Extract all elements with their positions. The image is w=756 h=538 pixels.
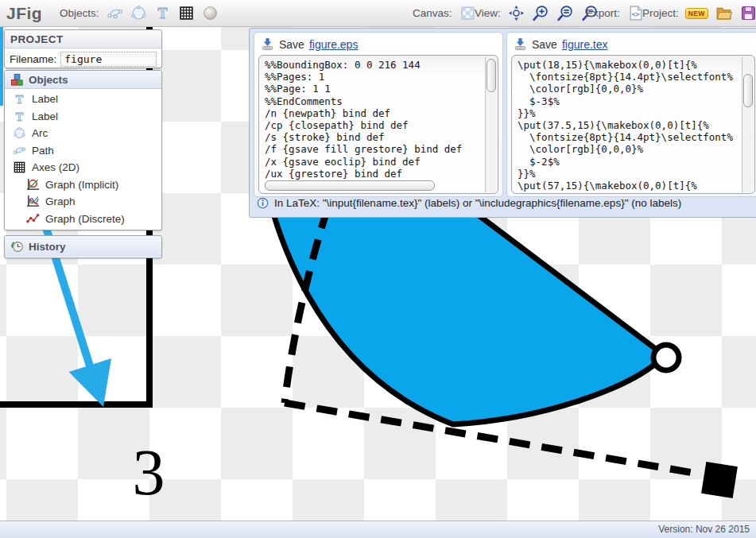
objects-header-label: Objects (29, 74, 68, 86)
object-item-label: Graph (45, 195, 76, 207)
zoom-in-icon[interactable] (532, 4, 550, 22)
new-project-badge[interactable]: NEW (685, 8, 708, 19)
eps-file-link[interactable]: figure.eps (309, 38, 358, 51)
tex-code-text: \put(18,15){\makebox(0,0)[t]{% \fontsize… (512, 56, 754, 192)
history-panel-header[interactable]: History (5, 236, 161, 257)
export-label: Export: (586, 7, 620, 19)
eps-save-label: Save (279, 38, 304, 51)
object-item-graph-implicit[interactable]: Graph (Implicit) (5, 176, 161, 194)
history-header-label: History (29, 241, 66, 253)
tex-code-box[interactable]: \put(18,15){\makebox(0,0)[t]{% \fontsize… (511, 55, 755, 194)
square-marker[interactable] (701, 462, 738, 498)
filename-input[interactable]: figure (60, 52, 157, 67)
graph-icon (26, 195, 40, 208)
download-eps-icon[interactable] (261, 37, 274, 51)
tex-file-link[interactable]: figure.tex (562, 38, 608, 51)
object-item-axes-2d[interactable]: Axes (2D) (5, 159, 161, 176)
tex-vertical-scrollbar[interactable] (742, 56, 754, 192)
project-label: Project: (642, 7, 679, 19)
graph-discrete-icon (26, 212, 40, 226)
status-bar: Version: Nov 26 2015 (0, 521, 756, 538)
objects-tools-label: Objects: (60, 7, 99, 19)
object-item-label: Axes (2D) (32, 161, 79, 173)
graph-implicit-icon (26, 178, 40, 192)
objects-cubes-icon (10, 73, 24, 87)
axes-tool-icon[interactable] (177, 4, 196, 22)
eps-panel: Save figure.eps %%BoundingBox: 0 0 216 1… (254, 32, 503, 197)
tex-panel: Save figure.tex \put(18,15){\makebox(0,0… (506, 32, 756, 197)
arc-obj-icon (13, 126, 26, 140)
arc-tool-icon[interactable] (130, 4, 148, 22)
object-item-label: Graph (Discrete) (45, 213, 125, 225)
project-header-label: PROJECT (10, 33, 64, 45)
svg-text:T: T (16, 93, 24, 106)
tex-vertical-scrollbar-thumb[interactable] (743, 74, 753, 107)
svg-text:T: T (157, 6, 167, 21)
jfig-window: JFig Objects: T Canvas: View: Export: <>… (0, 0, 756, 538)
tex-save-label: Save (532, 38, 557, 51)
circle-marker[interactable] (653, 345, 679, 370)
history-clock-icon (10, 240, 24, 254)
eps-code-box[interactable]: %%BoundingBox: 0 0 216 144%%Pages: 1%%Pa… (258, 55, 498, 194)
canvas-workspace[interactable]: 3 PROJECT Filename: figure Objects TLabe… (0, 26, 756, 521)
view-fit-icon[interactable] (507, 4, 525, 22)
view-label: View: (475, 7, 501, 19)
filename-label: Filename: (10, 53, 56, 65)
cyan-edge-line[interactable] (0, 26, 3, 106)
object-item-graph[interactable]: Graph (5, 193, 161, 211)
blue-arrow-head[interactable] (69, 358, 111, 407)
eps-vertical-scrollbar[interactable] (485, 56, 497, 192)
label-tool-icon[interactable]: T (153, 4, 172, 22)
version-label: Version: Nov 26 2015 (658, 524, 750, 535)
objects-panel-header[interactable]: Objects (5, 71, 161, 89)
objects-panel: Objects TLabelTLabelArcPathAxes (2D)Grap… (4, 70, 162, 230)
project-panel: PROJECT Filename: figure (4, 29, 162, 68)
object-item-label: Graph (Implicit) (45, 179, 118, 191)
object-item-label: Label (32, 93, 58, 105)
svg-text:<>: <> (631, 10, 639, 18)
path-tool-icon[interactable] (106, 4, 124, 22)
latex-usage-note: In LaTeX: "\input{filename.tex}" (labels… (274, 197, 681, 209)
object-item-label: Arc (32, 127, 48, 139)
eps-horizontal-scrollbar-thumb[interactable] (265, 180, 435, 191)
object-item-label[interactable]: TLabel (5, 91, 161, 108)
object-item-label[interactable]: TLabel (5, 108, 161, 126)
eps-vertical-scrollbar-thumb[interactable] (487, 59, 496, 92)
objects-list: TLabelTLabelArcPathAxes (2D)Graph (Impli… (5, 89, 161, 229)
project-panel-header[interactable]: PROJECT (5, 30, 161, 48)
object-item-label: Path (32, 145, 54, 157)
canvas-label: Canvas: (413, 7, 452, 19)
download-tex-icon[interactable] (514, 37, 527, 51)
object-item-label: Label (32, 110, 58, 122)
save-project-icon[interactable] (739, 4, 756, 22)
axes-obj-icon (13, 161, 26, 174)
sphere-tool-icon[interactable] (201, 4, 219, 22)
app-title: JFig (6, 4, 42, 23)
object-item-path[interactable]: Path (5, 142, 161, 160)
toolbar: JFig Objects: T Canvas: View: Export: <>… (0, 0, 756, 27)
object-tools-group: T (106, 4, 219, 22)
history-panel: History (4, 235, 162, 258)
eps-code-text: %%BoundingBox: 0 0 216 144%%Pages: 1%%Pa… (259, 56, 498, 180)
label-obj-icon: T (13, 110, 26, 123)
object-item-graph-discrete[interactable]: Graph (Discrete) (5, 211, 161, 228)
info-icon (257, 197, 269, 209)
zoom-reset-icon[interactable] (556, 4, 575, 22)
export-preview-area: Save figure.eps %%BoundingBox: 0 0 216 1… (249, 28, 756, 218)
label-obj-icon: T (13, 92, 26, 106)
open-project-folder-icon[interactable] (715, 4, 733, 22)
path-obj-icon (13, 144, 26, 157)
figure-tick-label: 3 (133, 436, 165, 509)
svg-text:T: T (16, 110, 24, 122)
object-item-arc[interactable]: Arc (5, 125, 161, 142)
